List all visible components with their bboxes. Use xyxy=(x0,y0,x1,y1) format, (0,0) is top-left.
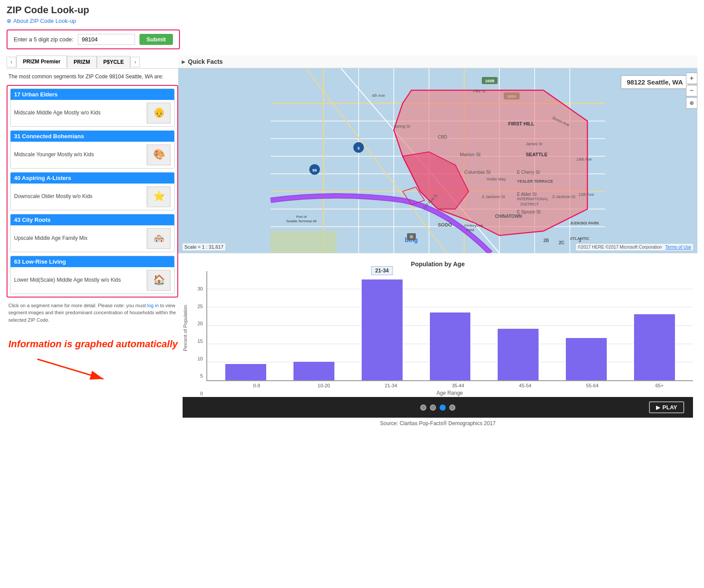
segment-img-40: ⭐ xyxy=(147,186,171,207)
zip-input[interactable] xyxy=(78,34,135,45)
x-axis-labels: 0-9 10-20 21-34 35-44 45-54 55-64 65+ xyxy=(223,381,693,388)
zoom-in-button[interactable]: + xyxy=(686,73,697,84)
x-label-0-9: 0-9 xyxy=(223,381,290,388)
segment-header-43: 43 City Roots xyxy=(11,214,174,225)
bar-21-34: 21-34 xyxy=(362,279,403,380)
svg-text:CBD: CBD xyxy=(438,135,447,140)
x-label-10-20: 10-20 xyxy=(290,381,358,388)
svg-text:Port of: Port of xyxy=(296,215,307,219)
about-link[interactable]: About ZIP Code Look-up xyxy=(7,18,697,24)
segment-header-40: 40 Aspiring A-Listers xyxy=(11,173,174,184)
login-link[interactable]: log in xyxy=(147,303,159,308)
segment-title-17: 17 Urban Elders xyxy=(14,91,58,98)
bar-group-10-20 xyxy=(280,271,348,380)
page-title: ZIP Code Look-up xyxy=(7,4,697,16)
carousel-dot-3[interactable] xyxy=(440,404,446,411)
segment-card-31[interactable]: 31 Connected Bohemians Midscale Younger … xyxy=(10,130,175,169)
bars-inner: 21-34 xyxy=(206,271,693,381)
tab-prizm[interactable]: PRIZM xyxy=(67,56,96,68)
bar-65plus xyxy=(634,314,675,380)
svg-text:Seattle-Terminal 46: Seattle-Terminal 46 xyxy=(286,219,317,223)
play-button[interactable]: PLAY xyxy=(649,401,684,413)
map-terms-link[interactable]: Terms of Use xyxy=(665,245,691,250)
svg-text:ATLANTIC: ATLANTIC xyxy=(570,236,590,241)
svg-text:2B: 2B xyxy=(543,238,549,243)
svg-text:🏘️: 🏘️ xyxy=(153,233,164,243)
svg-rect-39 xyxy=(271,231,337,253)
submit-button[interactable]: Submit xyxy=(139,34,173,45)
svg-text:4th Ave: 4th Ave xyxy=(372,93,385,98)
main-layout: ‹ PRIZM Premier PRIZM P$YCLE › The most … xyxy=(7,55,697,434)
tab-prizm-premier[interactable]: PRIZM Premier xyxy=(16,55,67,68)
segment-card-43[interactable]: 43 City Roots Upscale Middle Age Family … xyxy=(10,214,175,252)
annotation-container: Information is graphed automatically xyxy=(7,337,178,350)
tab-next-arrow[interactable]: › xyxy=(130,57,140,67)
segment-desc-63: Lower Mid(Scale) Middle Age Mostly w/o K… xyxy=(14,276,144,284)
map-attribution-text: ©2017 HERE ©2017 Microsoft Corporation xyxy=(578,245,662,250)
about-link-text: About ZIP Code Look-up xyxy=(13,18,76,24)
svg-text:YESLER TERRACE: YESLER TERRACE xyxy=(517,179,553,184)
tooltip-21-34: 21-34 xyxy=(371,266,393,275)
bar-45-54 xyxy=(498,329,539,380)
tab-psycle[interactable]: P$YCLE xyxy=(97,56,131,68)
segment-title-63: 63 Low-Rise Living xyxy=(14,258,66,265)
source-text: Source: Claritas Pop-Facts® Demographics… xyxy=(183,418,693,429)
bar-55-64 xyxy=(566,338,607,380)
svg-text:DISTRICT: DISTRICT xyxy=(521,202,539,206)
svg-text:SEATTLE: SEATTLE xyxy=(526,152,547,157)
x-label-35-44: 35-44 xyxy=(425,381,492,388)
svg-text:Pike St: Pike St xyxy=(473,89,486,93)
bar-group-0-9 xyxy=(212,271,280,380)
map-scale: Scale = 1 : 31,617 xyxy=(183,243,225,250)
segment-title-43: 43 City Roots xyxy=(14,217,51,223)
segment-body-43: Upscale Middle Age Family Mix 🏘️ xyxy=(11,225,174,252)
svg-text:🎨: 🎨 xyxy=(153,148,165,160)
segments-list: 17 Urban Elders Midscale Middle Age Most… xyxy=(7,85,178,298)
tab-nav: ‹ PRIZM Premier PRIZM P$YCLE › xyxy=(7,55,178,69)
carousel-dot-4[interactable] xyxy=(449,404,455,411)
x-label-65plus: 65+ xyxy=(626,381,693,388)
svg-text:JUDKINS PARK: JUDKINS PARK xyxy=(570,221,599,225)
x-label-55-64: 55-64 xyxy=(559,381,626,388)
map-zip-text: 98122 Seattle, WA xyxy=(627,78,683,86)
carousel-dot-1[interactable] xyxy=(420,404,426,411)
bar-group-35-44 xyxy=(416,271,484,380)
segment-card-63[interactable]: 63 Low-Rise Living Lower Mid(Scale) Midd… xyxy=(10,256,175,294)
svg-text:James St: James St xyxy=(526,142,543,146)
annotation-arrow-svg xyxy=(33,355,121,381)
map-container: 5 99 165B 165A xyxy=(178,68,697,253)
bar-35-44 xyxy=(430,312,471,380)
bar-group-45-54 xyxy=(484,271,552,380)
recenter-button[interactable]: ⊕ xyxy=(686,97,697,109)
x-axis-title: Age Range xyxy=(206,390,693,396)
carousel-dot-2[interactable] xyxy=(430,404,436,411)
bar-10-20 xyxy=(293,362,334,380)
svg-text:99: 99 xyxy=(312,168,317,173)
svg-text:165B: 165B xyxy=(485,79,495,83)
chart-title: Population by Age xyxy=(183,261,693,268)
segment-header-17: 17 Urban Elders xyxy=(11,89,174,100)
svg-text:CenturyLink: CenturyLink xyxy=(464,224,484,228)
map-zip-label: 98122 Seattle, WA xyxy=(621,75,689,89)
svg-text:E Alder St: E Alder St xyxy=(517,192,537,197)
segment-card-40[interactable]: 40 Aspiring A-Listers Downscale Older Mo… xyxy=(10,172,175,210)
svg-text:5: 5 xyxy=(357,146,359,151)
map-svg[interactable]: 5 99 165B 165A xyxy=(178,68,697,253)
svg-text:SODO: SODO xyxy=(438,222,452,228)
x-label-21-34: 21-34 xyxy=(357,381,425,388)
svg-text:👴: 👴 xyxy=(153,107,165,118)
zoom-out-button[interactable]: − xyxy=(686,85,697,96)
segment-body-40: Downscale Older Mostly w/o Kids ⭐ xyxy=(11,184,174,210)
zip-form-label: Enter a 5 digit zip code: xyxy=(14,36,73,43)
y-axis-labels: 0 5 10 15 20 25 30 xyxy=(190,286,203,396)
segment-desc-40: Downscale Older Mostly w/o Kids xyxy=(14,193,144,200)
segment-header-31: 31 Connected Bohemians xyxy=(11,131,174,142)
svg-text:Spring St: Spring St xyxy=(394,124,411,129)
bar-group-55-64 xyxy=(552,271,620,380)
quick-facts-header: Quick Facts xyxy=(178,55,697,68)
annotation-text: Information is graphed automatically xyxy=(8,338,178,350)
segment-card-17[interactable]: 17 Urban Elders Midscale Middle Age Most… xyxy=(10,88,175,127)
y-axis-title: Percent of Population xyxy=(183,273,188,383)
tab-prev-arrow[interactable]: ‹ xyxy=(7,57,16,67)
svg-text:12th Ave: 12th Ave xyxy=(579,192,594,197)
